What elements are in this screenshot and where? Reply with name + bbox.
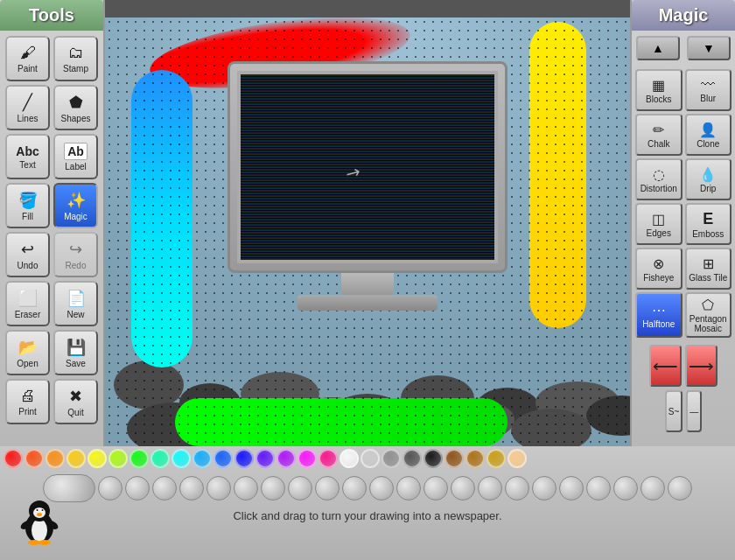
scroll-ball-11[interactable] [396,476,421,500]
pentagon-label: Pentagon Mosaic [689,314,729,333]
color-ball-5[interactable] [108,449,128,468]
edges-label: Edges [647,228,671,238]
tool-redo[interactable]: ↪ Redo [53,232,98,277]
color-ball-14[interactable] [298,449,317,468]
tool-text[interactable]: Abc Text [5,134,50,179]
quit-icon: ✖ [69,387,82,406]
color-ball-6[interactable] [130,449,149,468]
scroll-ball-21[interactable] [668,476,692,500]
label-icon: Ab [64,143,88,160]
scroll-ball-1[interactable] [125,476,150,500]
scroll-ball-18[interactable] [586,476,611,500]
magic-grid: ▦ Blocks 〰 Blur ✏ Chalk 👤 Clone ◌ Distor… [632,66,735,341]
drip-icon: 💧 [699,166,717,183]
left-arrow-btn[interactable]: ⟵ [649,345,682,387]
line-btn[interactable]: — [686,390,702,432]
color-ball-3[interactable] [66,449,86,468]
color-ball-16[interactable] [340,449,359,468]
magic-halftone[interactable]: ⋯ Halftone [635,292,682,338]
scroll-ball-2[interactable] [152,476,177,500]
color-ball-15[interactable] [318,449,338,468]
tool-label[interactable]: Ab Label [53,134,98,179]
right-arrow-btn[interactable]: ⟶ [685,345,718,387]
scroll-ball-16[interactable] [532,476,556,500]
clone-icon: 👤 [699,122,717,138]
color-ball-4[interactable] [88,449,107,468]
next-arrow[interactable]: ▼ [687,36,731,60]
scroll-ball-15[interactable] [505,476,529,500]
magic-glasstile[interactable]: ⊞ Glass Tile [685,248,732,290]
magic-pentagon[interactable]: ⬠ Pentagon Mosaic [685,292,732,338]
color-ball-1[interactable] [24,449,44,468]
tool-save[interactable]: 💾 Save [53,330,98,375]
color-ball-7[interactable] [150,449,170,468]
color-ball-22[interactable] [466,449,485,468]
tool-shapes[interactable]: ⬟ Shapes [53,85,98,130]
tool-open[interactable]: 📂 Open [5,330,50,375]
tool-quit[interactable]: ✖ Quit [53,379,98,424]
color-ball-24[interactable] [508,449,527,468]
canvas-area[interactable]: ↗ [105,18,630,472]
tool-eraser[interactable]: ⬜ Eraser [5,281,50,326]
scroll-ball-14[interactable] [478,476,502,500]
color-ball-0[interactable] [4,449,23,468]
scroll-ball-8[interactable] [315,476,340,500]
scroll-ball-20[interactable] [640,476,665,500]
glasstile-icon: ⊞ [703,256,714,272]
magic-clone[interactable]: 👤 Clone [685,114,732,156]
scroll-ball-17[interactable] [559,476,584,500]
distortion-label: Distortion [640,184,677,193]
tool-lines[interactable]: ╱ Lines [5,85,50,130]
color-ball-17[interactable] [360,449,380,468]
scroll-ball-9[interactable] [342,476,367,500]
scroll-ball-4[interactable] [206,476,231,500]
tool-magic[interactable]: ✨ Magic [53,183,98,228]
color-ball-2[interactable] [46,449,65,468]
magic-blocks[interactable]: ▦ Blocks [635,69,682,111]
redo-icon: ↪ [69,240,82,259]
fisheye-icon: ⊗ [653,256,664,272]
open-icon: 📂 [18,338,38,357]
monitor: ↗ [228,61,508,311]
tool-new[interactable]: 📄 New [53,281,98,326]
color-ball-9[interactable] [192,449,212,468]
scroll-ball-0[interactable] [98,476,122,500]
color-ball-21[interactable] [444,449,464,468]
magic-chalk[interactable]: ✏ Chalk [635,114,682,156]
magic-fisheye[interactable]: ⊗ Fisheye [635,248,682,290]
color-ball-13[interactable] [276,449,296,468]
right-toolbar: Magic ▲ ▼ ▦ Blocks 〰 Blur ✏ Chalk 👤 Clon… [630,0,735,446]
magic-drip[interactable]: 💧 Drip [685,158,732,200]
glasstile-label: Glass Tile [689,273,727,283]
scroll-ball-6[interactable] [261,476,285,500]
color-ball-23[interactable] [486,449,506,468]
scroll-ball-13[interactable] [451,476,475,500]
scroll-ball-5[interactable] [234,476,258,500]
color-ball-12[interactable] [256,449,275,468]
color-ball-8[interactable] [172,449,191,468]
tool-paint[interactable]: 🖌 Paint [5,36,50,81]
magic-distortion[interactable]: ◌ Distortion [635,158,682,200]
tool-undo[interactable]: ↩ Undo [5,232,50,277]
scroll-ball-12[interactable] [424,476,448,500]
color-ball-10[interactable] [214,449,233,468]
scroll-ball-10[interactable] [369,476,394,500]
magic-edges[interactable]: ◫ Edges [635,203,682,245]
color-ball-18[interactable] [382,449,401,468]
magic-blur[interactable]: 〰 Blur [685,69,732,111]
svg-point-22 [42,509,44,511]
prev-arrow[interactable]: ▲ [636,36,680,60]
pentagon-icon: ⬠ [702,297,714,313]
scroll-ball-3[interactable] [179,476,204,500]
quit-label: Quit [67,408,83,417]
color-ball-20[interactable] [424,449,443,468]
color-ball-11[interactable] [234,449,254,468]
pen-btn[interactable]: S~ [665,390,683,432]
tool-stamp[interactable]: 🗂 Stamp [53,36,98,81]
tool-print[interactable]: 🖨 Print [5,379,50,424]
color-ball-19[interactable] [402,449,422,468]
scroll-ball-7[interactable] [288,476,312,500]
scroll-ball-19[interactable] [613,476,638,500]
tool-fill[interactable]: 🪣 Fill [5,183,50,228]
magic-emboss[interactable]: E Emboss [685,203,732,245]
